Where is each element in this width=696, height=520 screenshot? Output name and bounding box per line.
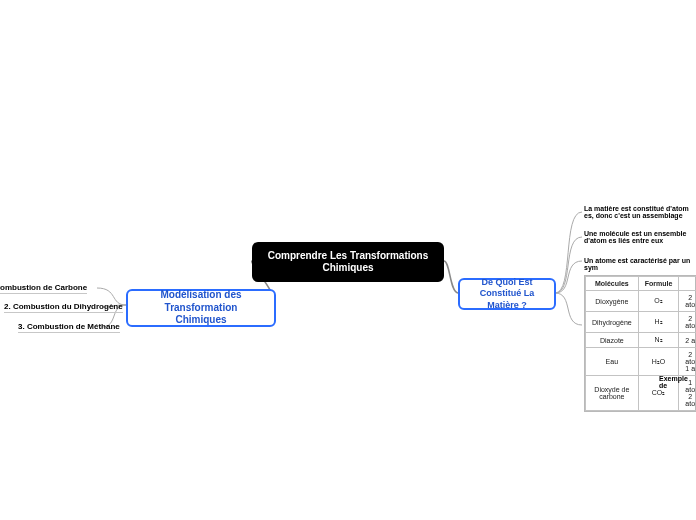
root-title: Comprendre Les Transformations Chimiques: [262, 250, 434, 275]
table-row: Eau H₂O 2 ato 1 a: [586, 348, 697, 376]
cell: Dihydrogène: [586, 312, 639, 333]
right-branch-node[interactable]: De Quoi Est Constitué La Matière ?: [458, 278, 556, 310]
table-row: Dihydrogène H₂ 2 ato: [586, 312, 697, 333]
root-node[interactable]: Comprendre Les Transformations Chimiques: [252, 242, 444, 282]
cell: O₂: [638, 291, 679, 312]
cell: Dioxygène: [586, 291, 639, 312]
cell: Eau: [586, 348, 639, 376]
left-branch-node[interactable]: Modélisation des Transformation Chimique…: [126, 289, 276, 327]
left-leaf-2[interactable]: 2. Combustion du Dihydrogène: [4, 302, 123, 313]
cell: N₂: [638, 333, 679, 348]
left-leaf-3[interactable]: 3. Combustion de Méthane: [18, 322, 120, 333]
th-2: Formule: [638, 277, 679, 291]
right-fact-3[interactable]: Un atome est caractérisé par un sym: [584, 257, 696, 271]
right-branch-label: De Quoi Est Constitué La Matière ?: [470, 277, 544, 311]
left-branch-label: Modélisation des Transformation Chimique…: [138, 289, 264, 327]
cell: Dioxyde de carbone: [586, 376, 639, 411]
right-fact-2[interactable]: Une molécule est un ensemble d'atom es l…: [584, 230, 696, 244]
cell: H₂: [638, 312, 679, 333]
cell: Diazote: [586, 333, 639, 348]
table-caption: Exemple de: [659, 375, 696, 389]
table-row: Diazote N₂ 2 a: [586, 333, 697, 348]
cell: 2 ato: [679, 312, 696, 333]
table-row: Dioxygène O₂ 2 ato: [586, 291, 697, 312]
cell: H₂O: [638, 348, 679, 376]
cell: 2 ato 1 a: [679, 348, 696, 376]
th-3: [679, 277, 696, 291]
cell: 2 ato: [679, 291, 696, 312]
th-1: Molécules: [586, 277, 639, 291]
left-leaf-1[interactable]: ombustion de Carbone: [0, 283, 87, 294]
cell: 2 a: [679, 333, 696, 348]
right-fact-1[interactable]: La matière est constitué d'atom es, donc…: [584, 205, 696, 219]
molecule-table: Molécules Formule Dioxygène O₂ 2 ato Dih…: [584, 275, 696, 412]
